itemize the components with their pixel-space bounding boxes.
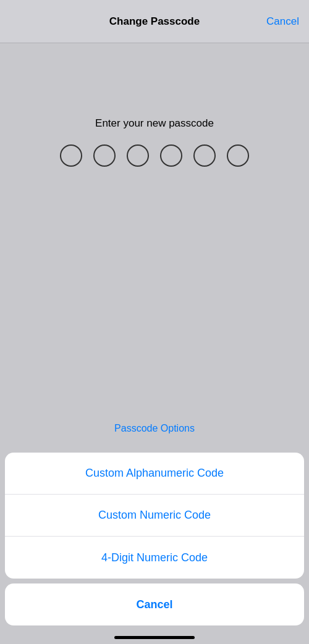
passcode-dots	[60, 144, 249, 167]
action-4digit-numeric[interactable]: 4-Digit Numeric Code	[5, 537, 304, 579]
passcode-dot-5	[193, 144, 216, 167]
action-custom-numeric[interactable]: Custom Numeric Code	[5, 495, 304, 537]
page-title: Change Passcode	[109, 15, 200, 28]
passcode-dot-6	[227, 144, 249, 167]
action-sheet: Custom Alphanumeric Code Custom Numeric …	[0, 453, 309, 644]
action-sheet-cancel-button[interactable]: Cancel	[5, 583, 304, 625]
passcode-dot-2	[93, 144, 116, 167]
passcode-dot-1	[60, 144, 82, 167]
nav-bar: Change Passcode Cancel	[0, 0, 309, 43]
passcode-options-button[interactable]: Passcode Options	[114, 423, 195, 434]
passcode-dot-4	[160, 144, 182, 167]
passcode-prompt: Enter your new passcode	[95, 117, 214, 130]
action-sheet-group: Custom Alphanumeric Code Custom Numeric …	[5, 453, 304, 579]
main-content: Enter your new passcode	[0, 43, 309, 191]
home-indicator	[114, 636, 195, 639]
passcode-dot-3	[127, 144, 149, 167]
nav-cancel-button[interactable]: Cancel	[266, 15, 299, 28]
action-custom-alphanumeric[interactable]: Custom Alphanumeric Code	[5, 453, 304, 495]
